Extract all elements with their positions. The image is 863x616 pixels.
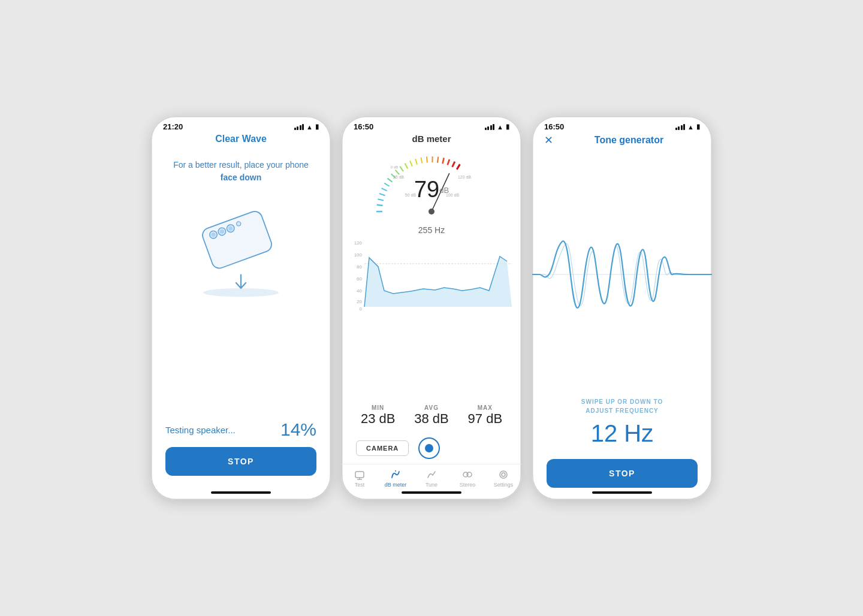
svg-line-12 — [378, 199, 384, 200]
svg-line-21 — [410, 161, 412, 166]
test-nav-icon — [354, 469, 366, 480]
svg-line-22 — [415, 159, 417, 165]
svg-text:20: 20 — [357, 299, 362, 304]
svg-line-19 — [400, 167, 403, 171]
nav-label-dbmeter: dB meter — [385, 482, 407, 488]
svg-text:0 dB: 0 dB — [391, 165, 398, 169]
stat-avg-label: AVG — [414, 404, 449, 411]
nav-label-stereo: Stereo — [460, 482, 476, 488]
svg-line-23 — [421, 158, 422, 164]
app-title: Clear Wave — [215, 134, 267, 144]
home-indicator-3 — [592, 491, 652, 494]
status-icons-1: ▲ ▮ — [294, 123, 319, 131]
svg-rect-1 — [200, 209, 273, 270]
status-bar-1: 21:20 ▲ ▮ — [151, 116, 331, 134]
svg-text:60: 60 — [357, 276, 362, 282]
stat-max-label: MAX — [468, 404, 503, 411]
gauge-reading: 79dB — [414, 178, 449, 201]
screen1-bottom: Testing speaker... 14% STOP — [165, 419, 316, 488]
svg-point-52 — [502, 473, 505, 476]
wifi-icon-2: ▲ — [497, 123, 503, 131]
testing-percent: 14% — [280, 419, 316, 440]
stop-button-1[interactable]: STOP — [165, 447, 316, 476]
stat-min-value: 23 dB — [361, 411, 396, 427]
stat-min-label: MIN — [361, 404, 396, 411]
svg-point-0 — [203, 288, 279, 297]
svg-text:100: 100 — [354, 252, 363, 258]
stat-max-value: 97 dB — [468, 411, 503, 427]
status-bar-3: 16:50 ▲ ▮ — [532, 116, 712, 134]
svg-line-14 — [382, 188, 387, 191]
instruction-text: For a better result, place your phone fa… — [173, 159, 309, 184]
nav-item-tune[interactable]: Tune — [414, 469, 449, 488]
time-1: 21:20 — [163, 122, 183, 131]
status-bar-2: 16:50 ▲ ▮ — [342, 116, 521, 134]
nav-item-settings[interactable]: Settings — [485, 469, 521, 488]
svg-point-51 — [467, 472, 472, 477]
battery-icon-1: ▮ — [315, 123, 319, 131]
svg-line-13 — [379, 194, 385, 195]
instruction-line1: For a better result, place your phone — [173, 160, 309, 170]
svg-text:0: 0 — [360, 306, 363, 312]
screen3-header: ✕ Tone generator — [532, 134, 712, 152]
svg-line-26 — [437, 157, 438, 163]
battery-icon-2: ▮ — [506, 123, 509, 131]
home-indicator-1 — [211, 491, 271, 494]
battery-icon-3: ▮ — [696, 123, 700, 131]
testing-row: Testing speaker... 14% — [165, 419, 316, 440]
bottom-nav: Test dB meter Tune Stereo — [342, 464, 521, 488]
stat-avg-value: 38 dB — [414, 411, 449, 427]
instruction-bold: face down — [221, 173, 261, 182]
phone-screen-2: 16:50 ▲ ▮ dB meter — [342, 116, 521, 500]
svg-line-18 — [396, 170, 400, 175]
svg-line-30 — [457, 164, 460, 170]
home-indicator-2 — [402, 491, 461, 494]
close-button[interactable]: ✕ — [544, 134, 553, 147]
testing-label: Testing speaker... — [165, 425, 236, 435]
svg-line-27 — [442, 158, 443, 164]
stop-button-3[interactable]: STOP — [547, 459, 698, 488]
camera-record-row: CAMERA — [342, 433, 521, 464]
screen3-title: Tone generator — [558, 135, 700, 146]
record-button[interactable] — [418, 437, 440, 459]
screen3-bottom: STOP — [532, 459, 712, 488]
stats-row: MIN 23 dB AVG 38 dB MAX 97 dB — [342, 398, 521, 433]
swipe-instruction: SWIPE UP OR DOWN TO ADJUST FREQUENCY — [532, 397, 712, 415]
svg-line-11 — [377, 205, 383, 206]
screen1-content: Clear Wave For a better result, place yo… — [151, 134, 331, 488]
svg-line-24 — [427, 156, 427, 162]
nav-label-settings: Settings — [494, 482, 514, 488]
svg-text:120: 120 — [354, 240, 363, 246]
signal-icon-1 — [294, 124, 304, 130]
svg-line-15 — [384, 183, 390, 186]
db-unit: dB — [439, 186, 449, 195]
svg-line-29 — [452, 162, 455, 167]
svg-text:120 dB: 120 dB — [458, 175, 472, 179]
phone-screen-3: 16:50 ▲ ▮ ✕ Tone generator — [532, 116, 712, 500]
stat-max: MAX 97 dB — [468, 404, 503, 427]
camera-button[interactable]: CAMERA — [356, 440, 409, 456]
wifi-icon-3: ▲ — [687, 123, 694, 131]
screen2-content: dB meter — [342, 134, 521, 488]
stereo-nav-icon — [461, 469, 473, 480]
screen2-title: dB meter — [342, 134, 521, 144]
phone-screen-1: 21:20 ▲ ▮ Clear Wave For a better result… — [151, 116, 331, 500]
nav-item-dbmeter[interactable]: dB meter — [378, 469, 414, 488]
status-icons-2: ▲ ▮ — [485, 123, 509, 131]
nav-item-stereo[interactable]: Stereo — [449, 469, 485, 488]
db-gauge: 50 dB 100 dB 25 dB 120 dB 0 dB 79dB — [372, 149, 491, 221]
status-icons-3: ▲ ▮ — [675, 123, 700, 131]
svg-point-32 — [429, 209, 434, 215]
signal-icon-3 — [675, 124, 686, 130]
db-value: 79 — [414, 177, 439, 202]
record-inner-icon — [425, 444, 433, 452]
settings-nav-icon — [497, 469, 509, 480]
svg-line-20 — [405, 164, 408, 169]
db-chart: 120 100 80 60 40 20 0 — [342, 240, 521, 398]
phone-illustration — [187, 202, 295, 298]
frequency-display: 12 Hz — [532, 420, 712, 447]
svg-line-28 — [448, 159, 449, 165]
nav-item-test[interactable]: Test — [342, 469, 378, 488]
svg-point-53 — [500, 471, 507, 478]
time-3: 16:50 — [544, 122, 564, 131]
